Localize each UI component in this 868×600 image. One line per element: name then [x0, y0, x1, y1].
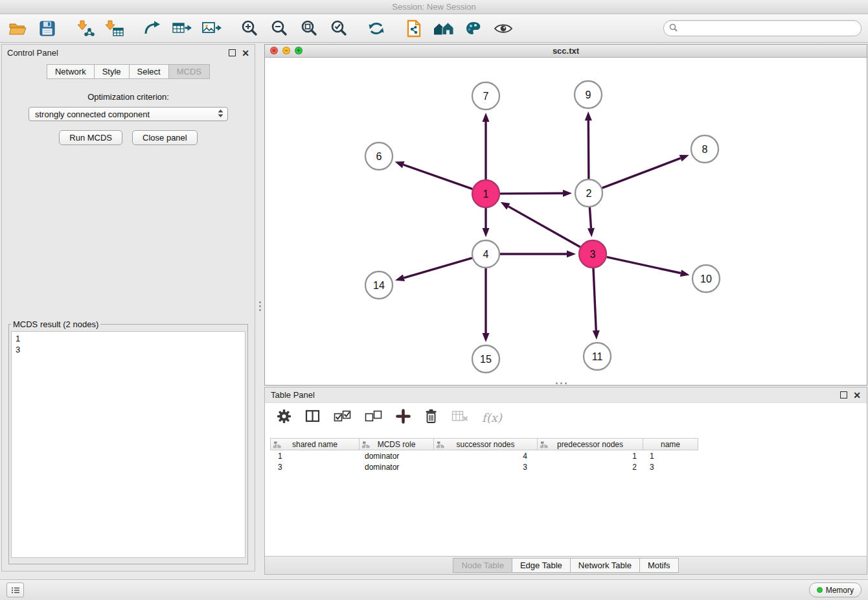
graph-node-label: 2 — [586, 188, 592, 199]
search-box[interactable] — [663, 20, 862, 36]
column-header-name[interactable]: name — [643, 438, 698, 450]
column-header-predecessor-nodes[interactable]: predecessor nodes — [538, 438, 643, 450]
graph-edge-arrowhead — [395, 161, 405, 168]
tab-network-table[interactable]: Network Table — [571, 558, 640, 573]
tab-motifs[interactable]: Motifs — [640, 558, 679, 573]
float-table-panel-icon[interactable] — [840, 391, 847, 398]
zoom-fit-icon[interactable] — [298, 17, 320, 40]
network-window-title: scc.txt — [553, 46, 579, 56]
memory-button[interactable]: Memory — [809, 583, 862, 597]
table-row[interactable]: 3 dominator 3 2 3 — [270, 462, 698, 472]
cell-predecessor-nodes[interactable]: 2 — [538, 462, 643, 472]
control-panel: Control Panel ✕ Network Style Select MCD… — [1, 44, 255, 571]
deselect-all-rows-icon[interactable] — [365, 410, 382, 425]
cell-shared-name[interactable]: 3 — [270, 462, 360, 472]
graph-node-label: 1 — [483, 189, 489, 200]
run-mcds-button[interactable]: Run MCDS — [59, 130, 122, 145]
close-panel-icon[interactable]: ✕ — [242, 49, 249, 57]
show-details-eye-icon[interactable] — [492, 17, 514, 40]
graph-edge-2-9[interactable] — [588, 121, 589, 179]
cell-name[interactable]: 3 — [643, 462, 698, 472]
refresh-view-icon[interactable] — [365, 17, 387, 40]
graph-edge-3-11[interactable] — [593, 268, 596, 330]
close-window-icon[interactable]: × — [270, 47, 278, 54]
table-settings-gear-icon[interactable] — [277, 409, 291, 426]
cell-successor-nodes[interactable]: 4 — [434, 451, 538, 461]
zoom-out-icon[interactable] — [268, 17, 290, 40]
minimize-window-icon[interactable]: − — [282, 47, 290, 54]
result-item[interactable]: 3 — [16, 344, 241, 355]
network-window-titlebar[interactable]: × − + scc.txt — [265, 45, 867, 58]
tab-mcds[interactable]: MCDS — [169, 64, 210, 79]
graph-edge-1-2[interactable] — [500, 193, 563, 194]
select-all-rows-icon[interactable] — [334, 410, 351, 425]
graph-edge-arrowhead — [483, 333, 490, 342]
column-tree-icon — [273, 441, 281, 450]
graph-edge-arrowhead — [585, 111, 592, 121]
cell-mcds-role[interactable]: dominator — [360, 462, 434, 472]
maximize-window-icon[interactable]: + — [295, 47, 303, 54]
delete-column-trash-icon[interactable] — [424, 408, 438, 427]
new-network-icon[interactable] — [141, 17, 163, 40]
zoom-in-icon[interactable] — [238, 17, 260, 40]
column-header-mcds-role[interactable]: MCDS role — [360, 438, 434, 450]
clone-network-icon[interactable] — [403, 17, 425, 40]
delete-table-icon-disabled — [451, 410, 468, 425]
control-panel-title: Control Panel — [7, 48, 58, 58]
cell-successor-nodes[interactable]: 3 — [434, 462, 538, 472]
graph-edge-3-10[interactable] — [606, 257, 680, 273]
cell-mcds-role[interactable]: dominator — [360, 451, 434, 461]
save-session-icon[interactable] — [36, 17, 58, 40]
export-image-icon[interactable] — [201, 17, 223, 40]
search-input[interactable] — [681, 23, 856, 34]
graph-edge-arrowhead — [563, 190, 572, 197]
table-panel-tabs: Node Table Edge Table Network Table Moti… — [265, 556, 867, 574]
export-table-icon[interactable] — [171, 17, 193, 40]
network-canvas[interactable]: 7968124314101511 — [265, 58, 867, 386]
graph-edge-1-6[interactable] — [404, 165, 473, 189]
graph-edge-2-8[interactable] — [602, 158, 681, 188]
import-table-icon[interactable] — [104, 17, 126, 40]
close-panel-button[interactable]: Close panel — [132, 130, 198, 145]
add-column-icon[interactable] — [396, 409, 411, 426]
cell-shared-name[interactable]: 1 — [270, 451, 360, 461]
graph-node-label: 4 — [483, 249, 489, 260]
column-header-shared-name[interactable]: shared name — [270, 438, 360, 450]
graph-node-label: 10 — [700, 273, 712, 284]
horizontal-splitter-handle[interactable] — [552, 381, 570, 386]
search-icon — [669, 23, 678, 34]
graph-edge-2-3[interactable] — [589, 207, 591, 228]
task-history-icon[interactable] — [6, 583, 24, 597]
apply-style-icon[interactable] — [463, 17, 485, 40]
open-session-icon[interactable] — [6, 17, 29, 40]
tab-select[interactable]: Select — [130, 64, 169, 79]
mcds-result-box: MCDS result (2 nodes) 1 3 — [8, 319, 248, 564]
graph-edge-3-1[interactable] — [508, 207, 580, 248]
criterion-select[interactable]: strongly connected component — [29, 107, 228, 121]
float-panel-icon[interactable] — [229, 49, 236, 56]
vertical-splitter-handle[interactable] — [258, 299, 262, 316]
import-network-icon[interactable] — [74, 17, 96, 40]
graph-edge-arrowhead — [593, 330, 600, 340]
tab-network[interactable]: Network — [47, 64, 95, 79]
cell-name[interactable]: 1 — [643, 451, 698, 461]
result-item[interactable]: 1 — [16, 333, 241, 344]
cell-predecessor-nodes[interactable]: 1 — [538, 451, 643, 461]
table-panel: Table Panel ✕ — [264, 387, 867, 575]
tab-edge-table[interactable]: Edge Table — [512, 558, 571, 573]
table-panel-title: Table Panel — [271, 390, 315, 400]
tab-style[interactable]: Style — [95, 64, 130, 79]
graph-node-label: 9 — [586, 89, 591, 100]
tab-node-table[interactable]: Node Table — [453, 558, 512, 573]
graph-edge-arrowhead — [588, 228, 595, 237]
close-table-panel-icon[interactable]: ✕ — [853, 391, 861, 399]
home-layout-icon[interactable] — [433, 17, 455, 40]
column-header-successor-nodes[interactable]: successor nodes — [434, 438, 538, 450]
zoom-selected-icon[interactable] — [328, 17, 350, 40]
table-row[interactable]: 1 dominator 4 1 1 — [270, 451, 698, 461]
mcds-result-list[interactable]: 1 3 — [11, 331, 246, 558]
show-columns-icon[interactable] — [305, 409, 320, 426]
graph-edge-arrowhead — [680, 155, 689, 161]
table-panel-header: Table Panel ✕ — [265, 387, 867, 403]
graph-edge-4-14[interactable] — [404, 258, 472, 278]
